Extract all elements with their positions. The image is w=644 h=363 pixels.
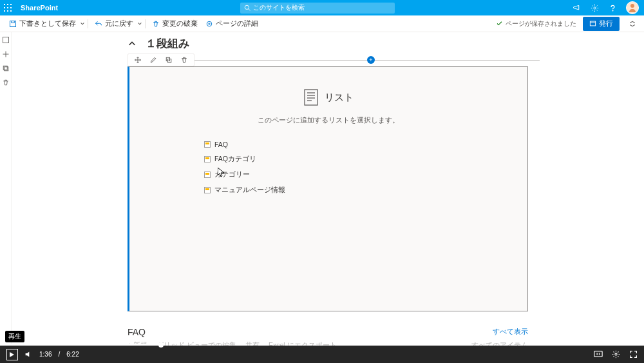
list-item-icon xyxy=(204,172,211,178)
help-icon[interactable] xyxy=(608,3,617,12)
svg-rect-4 xyxy=(7,7,8,8)
svg-rect-0 xyxy=(4,4,5,5)
suite-bar: SharePoint このサイトを検索 xyxy=(0,0,644,15)
edit-icon[interactable] xyxy=(149,55,158,64)
chevron-down-icon[interactable] xyxy=(137,21,142,26)
list-webpart[interactable]: リスト このページに追加するリストを選択します。 FAQ FAQカテゴリ カテゴ… xyxy=(128,66,528,311)
time-current: 1:36 xyxy=(39,351,52,358)
user-avatar[interactable] xyxy=(626,1,639,14)
list-item-icon xyxy=(204,187,211,193)
webpart-toolbar xyxy=(128,54,194,66)
svg-rect-8 xyxy=(10,10,12,12)
svg-point-12 xyxy=(612,10,613,11)
fullscreen-icon[interactable] xyxy=(629,350,638,358)
rail-move-icon[interactable] xyxy=(2,50,10,58)
svg-point-16 xyxy=(209,23,210,24)
show-all-link[interactable]: すべて表示 xyxy=(493,327,528,337)
progress-knob[interactable] xyxy=(158,342,164,348)
save-status: ページが保存されました xyxy=(496,19,576,28)
svg-rect-14 xyxy=(10,21,16,26)
video-controls: 1:36 / 6:22 xyxy=(0,346,644,363)
megaphone-icon[interactable] xyxy=(572,3,581,12)
discard-changes-button[interactable]: 変更の破棄 xyxy=(148,19,202,28)
save-draft-button[interactable]: 下書きとして保存 xyxy=(5,19,80,28)
brand[interactable]: SharePoint xyxy=(15,4,63,12)
move-icon[interactable] xyxy=(133,55,142,64)
lower-heading: FAQ xyxy=(128,327,146,337)
app-launcher[interactable] xyxy=(0,4,15,12)
svg-line-10 xyxy=(249,9,251,11)
editing-canvas: １段組み + リスト このページに追加するリストを選択します。 xyxy=(0,32,644,346)
time-duration: 6:22 xyxy=(66,351,79,358)
save-icon xyxy=(9,20,17,28)
svg-rect-7 xyxy=(7,10,8,12)
search-input[interactable]: このサイトを検索 xyxy=(240,3,395,14)
publish-button[interactable]: 発行 xyxy=(583,17,620,31)
svg-rect-23 xyxy=(305,90,317,105)
play-button[interactable] xyxy=(6,349,18,360)
svg-point-15 xyxy=(207,21,212,26)
publish-icon xyxy=(589,20,596,27)
list-item-icon xyxy=(204,156,211,162)
svg-point-29 xyxy=(615,353,617,355)
captions-icon[interactable] xyxy=(594,350,603,358)
page-settings-icon xyxy=(205,20,213,28)
list-choice-faq-category[interactable]: FAQカテゴリ xyxy=(204,155,515,164)
svg-rect-1 xyxy=(7,4,8,5)
undo-button[interactable]: 元に戻す xyxy=(91,19,137,28)
rail-section-icon[interactable] xyxy=(2,36,10,44)
page-details-button[interactable]: ページの詳細 xyxy=(202,19,262,28)
collapse-section-button[interactable] xyxy=(128,39,137,48)
svg-rect-3 xyxy=(4,7,5,8)
list-webpart-subtitle: このページに追加するリストを選択します。 xyxy=(258,116,399,125)
svg-point-13 xyxy=(630,4,634,8)
undo-icon xyxy=(95,20,102,28)
delete-icon[interactable] xyxy=(180,55,189,64)
list-icon xyxy=(304,89,318,106)
svg-rect-6 xyxy=(4,10,5,12)
svg-rect-2 xyxy=(10,4,12,5)
divider xyxy=(88,19,88,28)
search-icon xyxy=(244,5,251,11)
check-icon xyxy=(496,20,503,27)
list-choice-faq[interactable]: FAQ xyxy=(204,141,515,148)
divider xyxy=(145,19,146,28)
svg-rect-19 xyxy=(3,66,7,70)
search-placeholder: このサイトを検索 xyxy=(253,3,305,12)
list-webpart-title: リスト xyxy=(325,92,354,104)
svg-rect-18 xyxy=(3,37,8,43)
svg-rect-28 xyxy=(594,351,602,357)
command-bar: 下書きとして保存 元に戻す 変更の破棄 ページの詳細 ページが保存されました 発… xyxy=(0,15,644,32)
svg-rect-5 xyxy=(10,7,12,8)
svg-point-11 xyxy=(593,6,595,8)
settings-icon[interactable] xyxy=(590,3,599,12)
progress-track[interactable] xyxy=(0,344,644,346)
svg-rect-20 xyxy=(4,67,8,71)
settings-icon[interactable] xyxy=(612,350,620,358)
list-choice-manual-page[interactable]: マニュアルページ情報 xyxy=(204,186,515,195)
list-item-icon xyxy=(204,141,211,148)
list-choice-category[interactable]: カテゴリー xyxy=(204,170,515,179)
add-webpart-button[interactable]: + xyxy=(367,56,375,64)
volume-icon[interactable] xyxy=(24,350,33,358)
replay-tooltip: 再生 xyxy=(5,331,24,342)
section-title: １段組み xyxy=(146,36,189,51)
rail-copy-icon[interactable] xyxy=(2,64,10,72)
svg-rect-17 xyxy=(590,21,595,26)
left-rail xyxy=(0,32,12,346)
insert-line: + xyxy=(194,60,540,61)
chevron-down-icon[interactable] xyxy=(80,21,85,26)
duplicate-icon[interactable] xyxy=(164,55,173,64)
discard-icon xyxy=(152,20,160,28)
expand-button[interactable] xyxy=(626,17,639,30)
svg-point-9 xyxy=(245,5,249,9)
rail-delete-icon[interactable] xyxy=(2,79,10,86)
